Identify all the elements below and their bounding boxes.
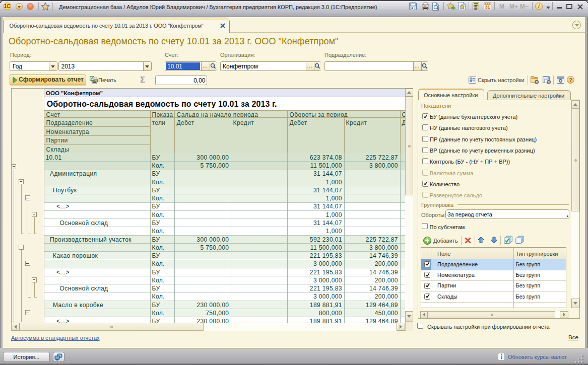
svg-text:31: 31 (485, 5, 490, 10)
